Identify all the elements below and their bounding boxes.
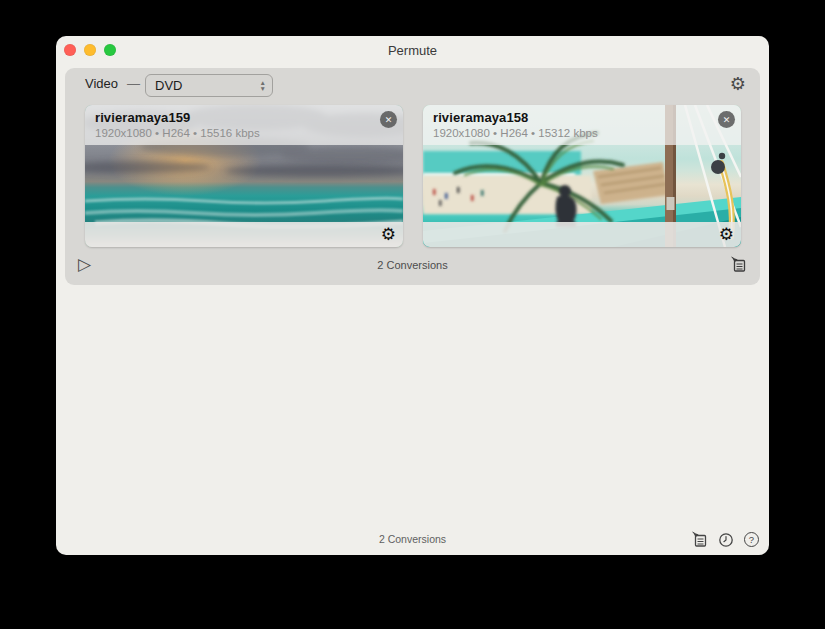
title-bar: Permute — [56, 36, 769, 64]
remove-file-button[interactable]: ✕ — [380, 111, 397, 128]
close-window-button[interactable] — [64, 44, 76, 56]
close-icon: ✕ — [723, 115, 731, 125]
group-footer: ▷ 2 Conversions — [65, 247, 760, 285]
add-to-queue-icon[interactable] — [730, 256, 747, 273]
status-bar: 2 Conversions ? — [56, 525, 769, 555]
question-mark-icon: ? — [749, 534, 754, 545]
preset-dropdown-value: DVD — [155, 78, 260, 93]
card-header: rivieramaya159 1920x1080 • H264 • 15516 … — [85, 105, 403, 145]
card-header: rivieramaya158 1920x1080 • H264 • 15312 … — [423, 105, 741, 145]
group-separator: — — [127, 76, 140, 91]
minimize-window-button[interactable] — [84, 44, 96, 56]
dropdown-arrows-icon: ▲▼ — [260, 80, 266, 92]
close-icon: ✕ — [385, 115, 393, 125]
group-settings-gear-icon[interactable]: ⚙ — [730, 73, 746, 94]
total-conversions-count: 2 Conversions — [56, 533, 769, 545]
file-settings-gear-icon[interactable]: ⚙ — [381, 226, 396, 243]
help-button[interactable]: ? — [744, 532, 759, 547]
group-toolbar: Video — DVD ▲▼ ⚙ — [65, 68, 760, 102]
permute-window: Permute Video — DVD ▲▼ ⚙ — [56, 36, 769, 555]
conversion-card[interactable]: rivieramaya159 1920x1080 • H264 • 15516 … — [85, 105, 403, 247]
remove-file-button[interactable]: ✕ — [718, 111, 735, 128]
video-conversion-group: Video — DVD ▲▼ ⚙ — [65, 68, 760, 285]
zoom-window-button[interactable] — [104, 44, 116, 56]
group-type-label: Video — [85, 76, 118, 91]
file-metadata: 1920x1080 • H264 • 15312 kbps — [433, 127, 731, 139]
presets-icon[interactable] — [691, 531, 708, 548]
preset-dropdown[interactable]: DVD ▲▼ — [145, 74, 273, 97]
card-footer: ⚙ — [423, 222, 741, 247]
file-name: rivieramaya158 — [433, 110, 731, 125]
file-settings-gear-icon[interactable]: ⚙ — [719, 226, 734, 243]
file-metadata: 1920x1080 • H264 • 15516 kbps — [95, 127, 393, 139]
window-title: Permute — [388, 43, 437, 58]
traffic-lights — [64, 44, 116, 56]
conversion-card[interactable]: rivieramaya158 1920x1080 • H264 • 15312 … — [423, 105, 741, 247]
history-clock-icon[interactable] — [718, 532, 734, 548]
card-footer: ⚙ — [85, 222, 403, 247]
file-name: rivieramaya159 — [95, 110, 393, 125]
group-conversions-count: 2 Conversions — [65, 259, 760, 271]
status-bar-icons: ? — [691, 531, 759, 548]
